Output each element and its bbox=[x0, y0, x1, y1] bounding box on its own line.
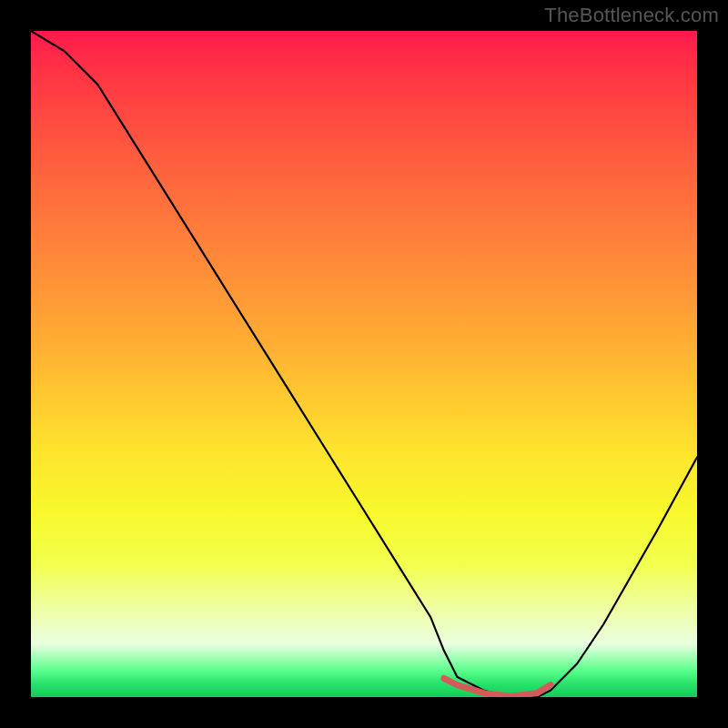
plot-area bbox=[31, 31, 697, 697]
watermark-text: TheBottleneck.com bbox=[544, 4, 719, 27]
optimal-zone-path bbox=[444, 679, 551, 697]
bottleneck-curve-path bbox=[31, 31, 697, 697]
chart-frame: TheBottleneck.com bbox=[0, 0, 728, 728]
chart-svg bbox=[31, 31, 697, 697]
